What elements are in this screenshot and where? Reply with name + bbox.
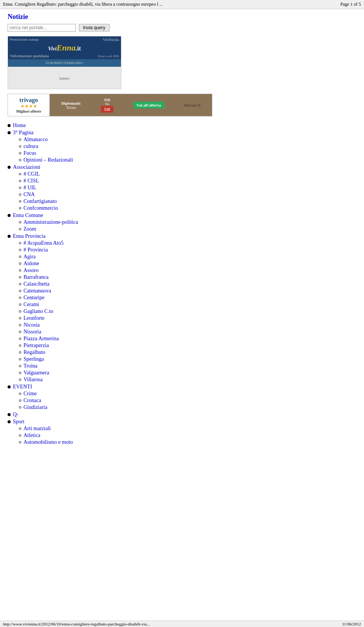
- bullet-circle: [19, 317, 21, 319]
- nav-link-provincia[interactable]: # Provincia: [24, 247, 48, 253]
- bullet-circle: [19, 406, 21, 409]
- nav-link-home[interactable]: Home: [13, 123, 26, 129]
- bullet-circle: [19, 187, 21, 189]
- cta-button[interactable]: Vai all'offerta: [133, 102, 164, 108]
- bullet-circle: [19, 256, 21, 258]
- list-item: Zoom: [19, 226, 356, 232]
- list-item: Catenanuova: [19, 288, 356, 294]
- price-info: 95€ Da 52€: [101, 97, 113, 113]
- list-item: # CISL: [19, 178, 356, 184]
- list-item: Amministrazione-politica: [19, 219, 356, 225]
- nav-link-eventi[interactable]: EVENTI: [13, 384, 32, 390]
- list-item: # UIL: [19, 185, 356, 191]
- nav-link-calascibetta[interactable]: Calascibetta: [24, 281, 49, 287]
- nav-link-zoom[interactable]: Zoom: [24, 226, 36, 232]
- nav-link-agira[interactable]: Agira: [24, 254, 36, 260]
- nav-link-leonforte[interactable]: Leonforte: [24, 315, 44, 321]
- nav-link-regalbuto[interactable]: Regalbuto: [24, 349, 46, 355]
- nav-link-almanacco[interactable]: Almanacco: [24, 137, 48, 143]
- nav-link-assoro[interactable]: Assoro: [24, 267, 39, 273]
- list-item: Nissoria: [19, 329, 356, 335]
- list-item: Opinioni – Redazionali: [19, 157, 356, 163]
- banner-section: PremioGento stampa ViviSicilia ViviEnna.…: [8, 36, 356, 116]
- bullet-circle: [19, 324, 21, 326]
- nav-link-piazza-armerina[interactable]: Piazza Armerina: [24, 336, 59, 342]
- sub-list-associazioni: # CGIL # CISL # UIL CNA Confartigianato …: [8, 171, 356, 211]
- banner-top: PremioGento stampa ViviSicilia ViviEnna.…: [8, 36, 121, 59]
- list-item: Focus: [19, 150, 356, 156]
- page-title: Enna. Consigliere Regalbuto: parcheggio …: [3, 2, 163, 7]
- nav-link-amm-politica[interactable]: Amministrazione-politica: [24, 219, 78, 225]
- nav-link-acquaenna[interactable]: # AcquaEnna Ato5: [24, 240, 64, 246]
- list-item: cultura: [19, 143, 356, 149]
- nav-item-eventi: EVENTI Crime Cronaca Giudiziaria: [8, 384, 356, 410]
- nav-link-cerami[interactable]: Cerami: [24, 302, 39, 308]
- list-item: Regalbuto: [19, 349, 356, 355]
- nav-link-centuripe[interactable]: Centuripe: [24, 295, 44, 301]
- nav-link-crime[interactable]: Crime: [24, 391, 37, 397]
- nav-link-villarosa[interactable]: Villarosa: [24, 377, 42, 383]
- nav-link-confcommercio[interactable]: Confcommercio: [24, 205, 58, 211]
- list-item: # Provincia: [19, 247, 356, 253]
- nav-link-catenanuova[interactable]: Catenanuova: [24, 288, 51, 294]
- vivienna-banner[interactable]: PremioGento stampa ViviSicilia ViviEnna.…: [8, 36, 121, 89]
- nav-link-pietraperzia[interactable]: Pietraperzia: [24, 343, 49, 349]
- list-item: Aidone: [19, 261, 356, 267]
- nav-item-enna-provincia: Enna Provincia # AcquaEnna Ato5 # Provin…: [8, 233, 356, 383]
- nav-link-cronaca[interactable]: Cronaca: [24, 398, 41, 404]
- trivago-stars: ★★★★: [20, 104, 37, 109]
- nav-link-enna-provincia[interactable]: Enna Provincia: [13, 233, 46, 239]
- nav-link-cisl[interactable]: # CISL: [24, 178, 39, 184]
- nav-link-valguarnera[interactable]: Valguarnera: [24, 370, 49, 376]
- nav-link-atletica[interactable]: Atletica: [24, 432, 40, 438]
- nav-link-arti-marziali[interactable]: Arti marziali: [24, 426, 51, 432]
- nav-link-focus[interactable]: Focus: [24, 150, 36, 156]
- bullet-3pagina: [8, 131, 11, 134]
- nav-link-troina[interactable]: Troina: [24, 363, 38, 369]
- nav-link-uil[interactable]: # UIL: [24, 185, 36, 191]
- list-item: Arti marziali: [19, 426, 356, 432]
- award-text: Elenco web 2006: [98, 55, 119, 58]
- search-input[interactable]: [8, 24, 76, 31]
- nav-link-enna-comune[interactable]: Enna Comune: [13, 212, 43, 218]
- nav-link-sport[interactable]: Sport: [13, 419, 24, 425]
- bullet-circle: [19, 303, 21, 306]
- nav-link-aidone[interactable]: Aidone: [24, 261, 39, 267]
- list-item: Troina: [19, 363, 356, 369]
- site-title-link[interactable]: Notizie: [8, 13, 28, 20]
- mercure-info: Mercure II: [184, 103, 200, 107]
- nav-link-cna[interactable]: CNA: [24, 192, 35, 198]
- nav-link-nicosia[interactable]: Nicosia: [24, 322, 40, 328]
- list-item: Valguarnera: [19, 370, 356, 376]
- search-bar: Invia query: [8, 24, 356, 31]
- nav-link-gagliano[interactable]: Gagliano C.to: [24, 308, 53, 314]
- bullet-circle: [19, 441, 21, 443]
- list-item: Leonforte: [19, 315, 356, 321]
- nav-link-cultura[interactable]: cultura: [24, 143, 38, 149]
- navigation-section: Home 3° Pagina Almanacco cultura Focus O…: [8, 123, 356, 445]
- nav-item-q: Q-: [8, 412, 356, 418]
- nav-link-q[interactable]: Q-: [13, 412, 19, 418]
- bullet-circle: [19, 193, 21, 196]
- bullet-eventi: [8, 385, 11, 388]
- list-item: Gagliano C.to: [19, 308, 356, 314]
- nav-link-giudiziaria[interactable]: Giudiziaria: [24, 404, 47, 410]
- nav-link-automobilismo[interactable]: Automobilismo e moto: [24, 439, 73, 445]
- nav-item-enna-comune: Enna Comune Amministrazione-politica Zoo…: [8, 212, 356, 232]
- nav-link-opinioni[interactable]: Opinioni – Redazionali: [24, 157, 73, 163]
- trivago-banner[interactable]: trivago ★★★★ Migliori offerte Diplomatic…: [8, 94, 212, 116]
- banner-tagline: l'informazione quotidiana: [10, 54, 49, 58]
- nav-link-sperlinga[interactable]: Sperlinga: [24, 356, 44, 362]
- search-button[interactable]: Invia query: [79, 24, 110, 31]
- sub-list-enna-provincia: # AcquaEnna Ato5 # Provincia Agira Aidon…: [8, 240, 356, 383]
- nav-link-confartigianato[interactable]: Confartigianato: [24, 198, 57, 204]
- nav-link-cgil[interactable]: # CGIL: [24, 171, 40, 177]
- nav-link-3pagina[interactable]: 3° Pagina: [13, 130, 33, 136]
- bullet-circle: [19, 173, 21, 175]
- bullet-circle: [19, 331, 21, 333]
- nav-link-barrafranca[interactable]: Barrafranca: [24, 274, 49, 280]
- nav-link-nissoria[interactable]: Nissoria: [24, 329, 41, 335]
- nav-link-associazioni[interactable]: Associazioni: [13, 164, 40, 170]
- eumed-text: EUROMED ITERRANEO: [46, 61, 83, 65]
- list-item: Cronaca: [19, 398, 356, 404]
